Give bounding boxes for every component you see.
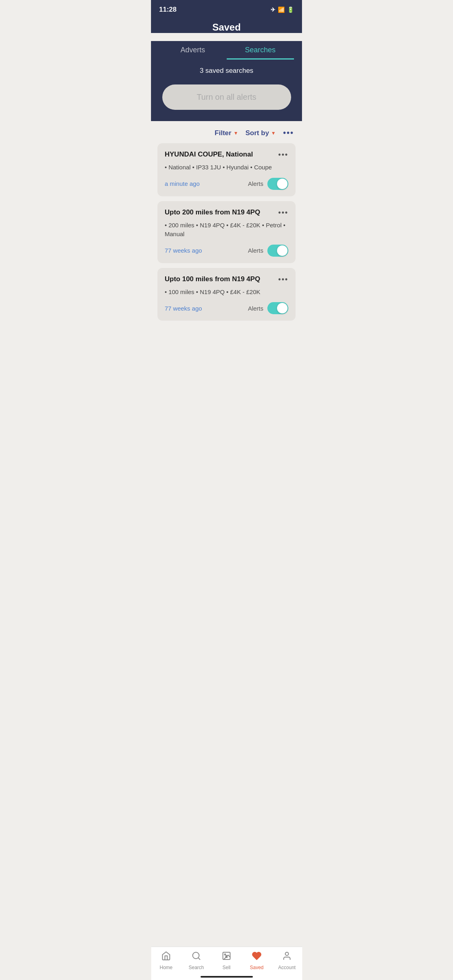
main-content: Filter ▼ Sort by ▼ ••• HYUNDAI COUPE, Na…: [151, 121, 302, 361]
saved-count-section: 3 saved searches: [151, 60, 302, 84]
card-2-menu-button[interactable]: •••: [278, 208, 288, 217]
card-1-alerts-row: Alerts: [248, 178, 288, 190]
saved-count: 3 saved searches: [200, 67, 253, 74]
card-1-time: a minute ago: [165, 180, 200, 187]
alerts-btn-wrap: Turn on all alerts: [151, 84, 302, 121]
filter-button[interactable]: Filter ▼: [215, 129, 238, 137]
search-card-1: HYUNDAI COUPE, National ••• • National •…: [157, 143, 296, 196]
turn-on-all-alerts-button[interactable]: Turn on all alerts: [162, 84, 291, 110]
status-bar: 11:28 ✈ 📶 🔋: [151, 0, 302, 18]
card-3-details: • 100 miles • N19 4PQ • £4K - £20K: [165, 288, 288, 297]
card-3-alerts-toggle[interactable]: [267, 302, 288, 314]
card-2-title: Upto 200 miles from N19 4PQ: [165, 208, 274, 216]
card-1-toggle-knob: [277, 179, 288, 189]
search-card-3: Upto 100 miles from N19 4PQ ••• • 100 mi…: [157, 268, 296, 321]
filter-bar: Filter ▼ Sort by ▼ •••: [151, 121, 302, 143]
search-card-2: Upto 200 miles from N19 4PQ ••• • 200 mi…: [157, 201, 296, 263]
status-time: 11:28: [159, 6, 176, 14]
sort-chevron-icon: ▼: [271, 130, 276, 136]
card-1-details: • National • IP33 1JU • Hyundai • Coupe: [165, 163, 288, 172]
card-2-toggle-knob: [277, 245, 288, 256]
page-title: Saved: [159, 22, 294, 33]
header: Saved: [151, 18, 302, 33]
search-cards: HYUNDAI COUPE, National ••• • National •…: [151, 143, 302, 321]
tabs: Adverts Searches: [151, 41, 302, 60]
more-options-button[interactable]: •••: [283, 128, 294, 138]
card-3-menu-button[interactable]: •••: [278, 275, 288, 284]
card-2-alerts-row: Alerts: [248, 245, 288, 257]
card-3-title: Upto 100 miles from N19 4PQ: [165, 275, 274, 283]
card-3-time: 77 weeks ago: [165, 305, 202, 312]
card-3-alerts-label: Alerts: [248, 305, 263, 312]
card-1-title: HYUNDAI COUPE, National: [165, 150, 274, 159]
card-2-time: 77 weeks ago: [165, 247, 202, 254]
tab-searches[interactable]: Searches: [227, 41, 294, 60]
battery-icon: 🔋: [287, 6, 294, 13]
status-icons: ✈ 📶 🔋: [271, 6, 294, 13]
card-2-details: • 200 miles • N19 4PQ • £4K - £20K • Pet…: [165, 221, 288, 239]
card-2-alerts-label: Alerts: [248, 247, 263, 254]
card-1-alerts-toggle[interactable]: [267, 178, 288, 190]
filter-chevron-icon: ▼: [234, 130, 238, 136]
card-1-menu-button[interactable]: •••: [278, 150, 288, 159]
card-3-alerts-row: Alerts: [248, 302, 288, 314]
tab-adverts[interactable]: Adverts: [159, 41, 227, 60]
card-3-toggle-knob: [277, 303, 288, 313]
airplane-icon: ✈: [271, 6, 275, 13]
card-1-alerts-label: Alerts: [248, 180, 263, 187]
wifi-icon: 📶: [278, 6, 285, 13]
sort-by-button[interactable]: Sort by ▼: [246, 129, 276, 137]
card-2-alerts-toggle[interactable]: [267, 245, 288, 257]
